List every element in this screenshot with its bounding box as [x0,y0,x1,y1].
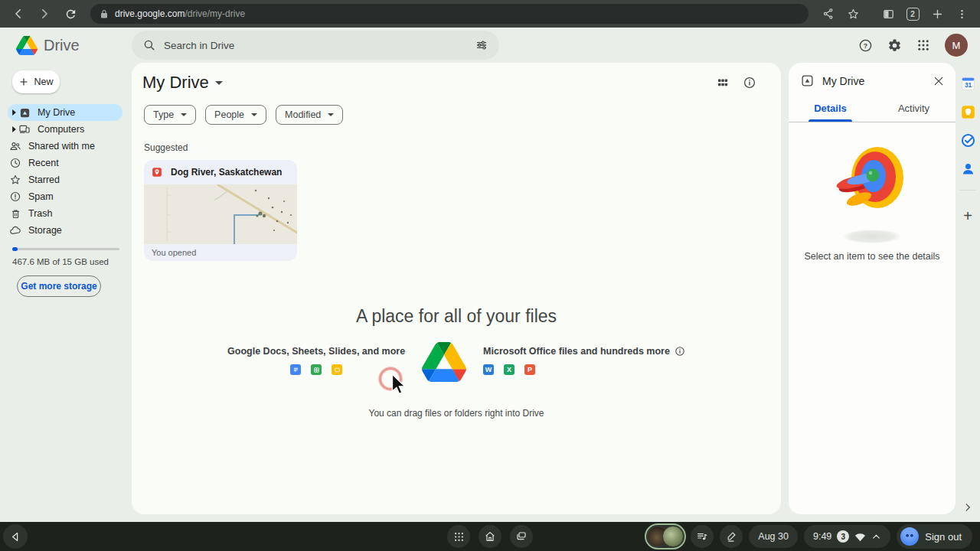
tab-details[interactable]: Details [789,95,872,122]
file-activity-reason: You opened [144,244,297,261]
gear-icon [887,38,902,53]
share-icon [822,8,835,20]
expand-caret-icon[interactable] [9,126,18,132]
sidebar-item-computers[interactable]: Computers [8,121,122,138]
svg-text:?: ? [864,41,867,49]
svg-text:31: 31 [964,81,972,89]
google-files-group: Google Docs, Sheets, Slides, and more [227,342,405,375]
search-icon [142,38,156,52]
my-drive-icon [18,106,31,119]
sidebar-item-storage[interactable]: Storage [8,222,122,239]
sidebar-item-recent[interactable]: Recent [8,155,122,171]
notification-badge: 3 [837,530,849,543]
microsoft-files-group: Microsoft Office files and hundreds more… [483,342,685,375]
reload-icon [64,8,77,21]
settings-button[interactable] [887,38,902,53]
spam-icon [9,191,21,203]
sidebar-item-trash[interactable]: Trash [8,205,122,222]
filter-chip-modified[interactable]: Modified [276,105,343,125]
drive-logo-large-icon [422,342,466,382]
drive-brand[interactable]: Drive [0,36,132,55]
sidebar-item-shared-with-me[interactable]: Shared with me [8,138,122,155]
get-more-storage-button[interactable]: Get more storage [17,276,101,297]
info-icon[interactable] [675,346,685,357]
side-panel-icon [882,8,895,21]
collapse-rail-button[interactable] [956,502,980,513]
view-details-button[interactable] [743,76,756,90]
browser-reload-button[interactable] [60,3,81,24]
screen-capture-previews[interactable] [646,525,684,548]
date-pill[interactable]: Aug 30 [749,525,798,548]
browser-forward-button[interactable] [34,3,55,24]
kebab-menu-icon [956,8,968,20]
contacts-icon[interactable] [959,160,976,177]
details-panel: My Drive Details Activity Sel [789,63,956,514]
url-text: drive.google.com/drive/my-drive [115,8,245,19]
wifi-icon [854,532,866,542]
word-file-icon: W [483,364,494,375]
stylus-tools-button[interactable] [720,525,743,548]
status-tray[interactable]: 9:49 3 [804,525,890,548]
keep-icon[interactable] [959,103,976,120]
bookmark-button[interactable] [842,3,864,24]
storage-cloud-icon [9,224,21,236]
filter-chip-type[interactable]: Type [144,105,196,125]
google-apps-button[interactable] [916,38,930,52]
media-controls-button[interactable] [691,525,714,548]
search-input[interactable] [164,40,467,51]
browser-menu-button[interactable] [951,3,972,24]
browser-back-button[interactable] [8,3,29,24]
illustration-shadow [844,230,900,243]
capture-thumbnail[interactable] [662,526,684,547]
sidebar-item-starred[interactable]: Starred [8,171,122,188]
app-name: Drive [44,37,80,54]
side-panel-button[interactable] [877,3,899,24]
side-panel-rail: 31 + [956,63,980,522]
overview-button[interactable] [510,525,533,548]
chevron-down-icon [251,113,257,116]
suggested-file-card[interactable]: Dog River, Saskatchewan You opened [144,160,297,261]
powerpoint-file-icon: P [524,364,535,375]
filter-chip-people[interactable]: People [205,105,266,125]
title-dropdown-caret-icon[interactable] [215,81,223,85]
grid-view-button[interactable] [716,76,730,90]
main-content: My Drive Type People Modified Suggested … [132,63,781,514]
shelf-back-button[interactable] [3,524,28,549]
help-button[interactable]: ? [858,38,873,53]
sidebar-item-my-drive[interactable]: My Drive [8,104,122,121]
expand-caret-icon[interactable] [9,109,18,116]
get-addons-button[interactable]: + [963,208,972,223]
sign-out-button[interactable]: Sign out [897,524,972,549]
page-title[interactable]: My Drive [142,73,209,93]
search-options-icon[interactable] [475,38,488,52]
account-avatar[interactable]: M [945,34,968,57]
search-bar[interactable] [132,31,499,60]
stylus-icon [726,531,737,543]
sidebar-item-spam[interactable]: Spam [8,188,122,205]
suggested-label: Suggested [144,142,770,153]
chevron-down-icon [328,113,334,116]
shelf-taskbar: Aug 30 9:49 3 Sign out [0,522,980,551]
new-button[interactable]: New [12,70,60,93]
address-bar[interactable]: drive.google.com/drive/my-drive [90,4,808,24]
trash-icon [9,207,21,220]
starred-icon [9,174,21,186]
google-sheets-icon [311,364,322,375]
tasks-icon[interactable] [959,132,976,148]
tab-activity[interactable]: Activity [872,95,956,122]
close-panel-button[interactable] [933,75,945,87]
overview-windows-icon [515,530,528,543]
share-button[interactable] [818,3,839,24]
storage-usage-text: 467.6 MB of 15 GB used [12,257,132,266]
launcher-button[interactable] [447,525,470,548]
details-hint: Select an item to see the details [789,251,956,262]
calendar-icon[interactable]: 31 [959,75,976,92]
new-tab-button[interactable] [926,3,948,24]
forward-arrow-icon [43,10,47,18]
details-panel-title: My Drive [822,75,864,87]
sidebar: New My Drive Computers Shared with me Re… [0,63,132,522]
tab-switcher-button[interactable]: 2 [902,3,923,24]
empty-state-heading: A place for all of your files [132,306,781,327]
home-button[interactable] [479,525,501,548]
my-drive-small-icon [801,74,814,87]
